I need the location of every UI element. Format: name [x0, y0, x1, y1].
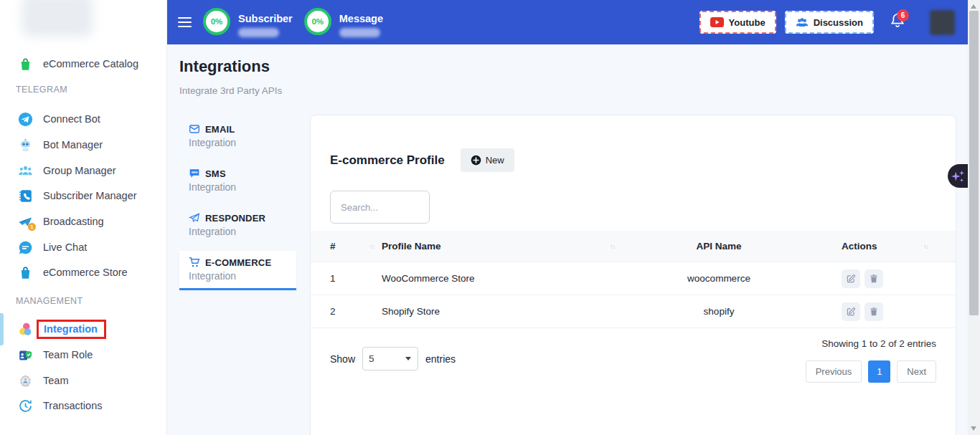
message-progress-circle: 0% — [304, 8, 331, 35]
scroll-down-arrow[interactable] — [971, 426, 976, 431]
search-input[interactable] — [330, 191, 430, 224]
sidebar-item-integration[interactable]: Integration — [0, 317, 167, 341]
page-size-control: Show 5 entries — [330, 347, 456, 371]
edit-button[interactable] — [842, 302, 860, 321]
main-content: Integrations Integrate 3rd Party APIs EM… — [167, 44, 968, 435]
subscriber-count-blurred — [238, 28, 279, 37]
sparkles-icon — [950, 168, 966, 185]
top-header: 0% Subscriber 0% Message Youtube Discuss… — [167, 0, 968, 44]
envelope-icon — [189, 123, 200, 135]
sidebar-item-group-manager[interactable]: Group Manager — [0, 158, 167, 183]
group-people-icon — [17, 163, 33, 178]
sort-icon[interactable]: ↑↓ — [610, 243, 615, 250]
table-row: 2 Shopify Store shopify — [311, 295, 956, 328]
subnav-responder-integration[interactable]: RESPONDER Integration — [179, 206, 296, 244]
shopping-cart-icon — [189, 257, 200, 268]
delete-button[interactable] — [864, 269, 883, 288]
youtube-button[interactable]: Youtube — [699, 11, 776, 34]
previous-page-button[interactable]: Previous — [806, 360, 862, 383]
gear-person-icon — [17, 373, 33, 388]
message-stat-label: Message — [339, 13, 383, 24]
contact-book-icon — [17, 188, 33, 204]
chat-bubble-icon — [17, 239, 33, 255]
current-page-button[interactable]: 1 — [868, 360, 890, 383]
col-api-name: API Name — [622, 241, 816, 252]
sidebar-item-live-chat[interactable]: Live Chat — [0, 235, 167, 259]
scrollbar-thumb[interactable] — [969, 11, 979, 315]
page-subtitle: Integrate 3rd Party APIs — [179, 85, 282, 96]
subscriber-progress-circle: 0% — [203, 8, 230, 35]
message-stat: 0% Message — [304, 8, 383, 37]
sort-icon[interactable]: ↑↓ — [369, 243, 374, 250]
shopping-bag-blue-icon — [17, 264, 33, 280]
subnav-sms-integration[interactable]: SMS SMS Integration — [179, 162, 296, 199]
scroll-up-arrow[interactable] — [971, 4, 976, 9]
sidebar: eCommerce Catalog TELEGRAM Connect Bot B… — [0, 0, 167, 435]
edit-pencil-icon — [846, 274, 856, 284]
next-page-button[interactable]: Next — [897, 360, 936, 383]
shopping-bag-green-icon — [17, 56, 33, 72]
color-circles-icon — [17, 321, 33, 337]
discussion-button[interactable]: Discussion — [785, 11, 874, 34]
pagination: Previous 1 Next — [806, 360, 936, 383]
sidebar-item-connect-bot[interactable]: Connect Bot — [0, 107, 167, 131]
message-count-blurred — [339, 28, 380, 37]
subnav-email-integration[interactable]: EMAIL Integration — [179, 118, 296, 155]
hamburger-menu-icon[interactable] — [178, 14, 192, 30]
trash-icon — [869, 307, 879, 317]
ai-assistant-button[interactable] — [948, 164, 968, 188]
id-badge-shield-icon — [17, 347, 33, 363]
sidebar-section-management: MANAGEMENT — [16, 296, 83, 306]
page-scrollbar[interactable] — [968, 0, 980, 435]
subscriber-stat: 0% Subscriber — [203, 8, 293, 37]
user-avatar[interactable] — [930, 10, 955, 35]
page-title: Integrations — [179, 57, 270, 76]
send-plane-icon — [189, 212, 200, 224]
sidebar-section-telegram: TELEGRAM — [16, 85, 67, 95]
youtube-icon — [710, 17, 724, 27]
users-icon — [796, 17, 809, 27]
sidebar-item-ecommerce-catalog[interactable]: eCommerce Catalog — [0, 52, 167, 76]
col-actions: Actions — [842, 241, 877, 252]
show-label: Show — [330, 353, 355, 365]
integration-subnav: EMAIL Integration SMS SMS Integration RE… — [179, 118, 296, 297]
sidebar-item-bot-manager[interactable]: Bot Manager — [0, 133, 167, 157]
history-clock-icon — [17, 398, 33, 414]
page-size-select[interactable]: 5 — [362, 347, 418, 371]
broadcast-plane-icon: 1 — [17, 214, 33, 229]
sidebar-item-transactions[interactable]: Transactions — [0, 393, 167, 418]
notifications-bell[interactable]: 6 — [890, 12, 905, 32]
entries-summary: Showing 1 to 2 of 2 entries — [806, 338, 936, 349]
telegram-plane-icon — [17, 111, 33, 127]
subscriber-stat-label: Subscriber — [238, 13, 293, 24]
svg-text:SMS: SMS — [192, 171, 198, 174]
panel-title: E-commerce Profile — [330, 153, 445, 168]
delete-button[interactable] — [864, 302, 883, 321]
notification-count-badge: 6 — [897, 9, 909, 21]
sms-bubble-icon: SMS — [189, 168, 200, 179]
sidebar-item-ecommerce-store[interactable]: eCommerce Store — [0, 260, 167, 285]
sidebar-item-broadcasting[interactable]: 1 Broadcasting — [0, 209, 167, 234]
broadcast-badge: 1 — [28, 223, 36, 231]
entries-label: entries — [425, 353, 456, 365]
col-profile-name: Profile Name — [382, 241, 441, 252]
sidebar-item-team-role[interactable]: Team Role — [0, 343, 167, 367]
subnav-ecommerce-integration[interactable]: E-COMMERCE Integration — [179, 251, 296, 290]
app-logo — [22, 0, 93, 37]
ecommerce-profile-card: E-commerce Profile New #↑↓ Profile Name↑… — [310, 115, 956, 435]
plus-circle-icon — [471, 155, 481, 166]
table-header-row: #↑↓ Profile Name↑↓ API Name Actions↑↓ — [311, 231, 956, 262]
profiles-table: #↑↓ Profile Name↑↓ API Name Actions↑↓ 1 … — [311, 231, 956, 328]
sidebar-item-subscriber-manager[interactable]: Subscriber Manager — [0, 183, 167, 208]
robot-icon — [17, 137, 33, 153]
col-num: # — [330, 241, 336, 252]
integration-highlight-box: Integration — [37, 320, 106, 339]
sidebar-item-team[interactable]: Team — [0, 368, 167, 393]
edit-pencil-icon — [846, 307, 856, 317]
trash-icon — [869, 274, 879, 284]
table-row: 1 WooCommerce Store woocommerce — [311, 262, 956, 295]
new-profile-button[interactable]: New — [461, 148, 514, 172]
edit-button[interactable] — [842, 269, 860, 288]
sort-icon[interactable]: ↑↓ — [923, 243, 928, 250]
